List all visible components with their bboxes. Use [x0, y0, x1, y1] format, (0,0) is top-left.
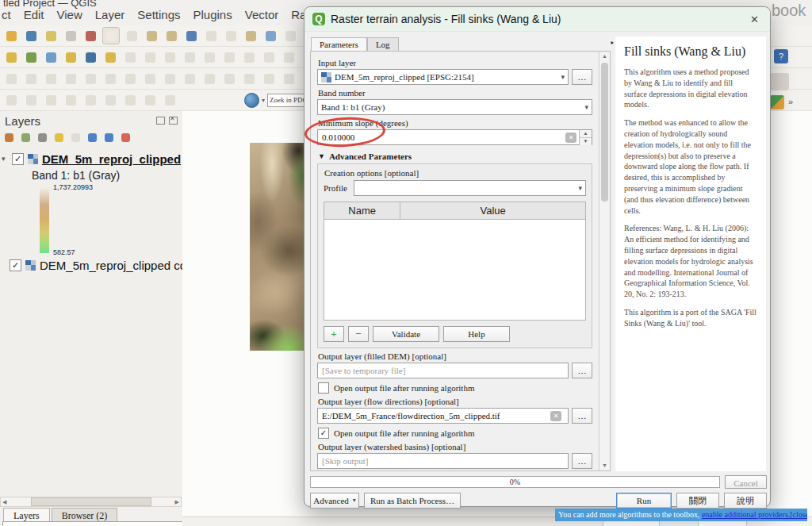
- toggle-editing-icon[interactable]: [142, 49, 158, 65]
- collapse-all-icon[interactable]: [103, 132, 115, 144]
- remove-row-button[interactable]: −: [348, 326, 369, 342]
- scrollbar-thumb[interactable]: [31, 497, 151, 506]
- clear-value-icon[interactable]: ✕: [550, 411, 561, 421]
- output-filled-dem-input[interactable]: [Save to temporary file]: [317, 363, 569, 378]
- zoom-to-layer-icon[interactable]: [223, 28, 239, 44]
- layout-manager-icon[interactable]: [63, 28, 79, 44]
- close-button[interactable]: 關閉: [676, 493, 719, 509]
- layer-item-dem-reproj-clipped-copy[interactable]: ✓ DEM_5m_reproj_clipped co: [10, 256, 182, 274]
- add-row-button[interactable]: +: [324, 326, 344, 342]
- run-as-batch-button[interactable]: Run as Batch Process…: [364, 493, 461, 509]
- manage-map-themes-icon[interactable]: [36, 132, 48, 144]
- invert-selection-icon[interactable]: [122, 71, 138, 86]
- select-by-expression-icon[interactable]: [182, 71, 197, 86]
- processing-toolbox-icon[interactable]: [770, 95, 784, 109]
- validate-button[interactable]: Validate: [373, 326, 439, 342]
- output-filled-dem-browse-button[interactable]: …: [572, 363, 592, 378]
- toolbar-overflow-icon[interactable]: »: [788, 97, 793, 106]
- style-manager-icon[interactable]: [82, 28, 98, 44]
- horizontal-scrollbar[interactable]: ◀ ▶: [0, 497, 182, 507]
- vertex-filter-icon[interactable]: [221, 71, 237, 86]
- add-rectangle-icon[interactable]: [63, 92, 79, 108]
- new-layout-icon[interactable]: [43, 28, 59, 44]
- select-features-icon[interactable]: [3, 71, 19, 86]
- zoom-next-icon[interactable]: [282, 28, 298, 44]
- add-record-icon[interactable]: [201, 49, 217, 65]
- table-help-button[interactable]: Help: [443, 326, 510, 342]
- chevron-down-icon[interactable]: ▾: [262, 97, 265, 104]
- run-button[interactable]: Run: [616, 493, 672, 509]
- output-flow-directions-browse-button[interactable]: …: [572, 408, 592, 424]
- filter-legend-icon[interactable]: [53, 132, 65, 144]
- help-contents-icon[interactable]: ?: [774, 49, 788, 63]
- spinner-buttons[interactable]: ▲ ▼: [579, 130, 592, 144]
- current-edits-icon[interactable]: [122, 49, 138, 65]
- select-all-icon[interactable]: [102, 71, 118, 86]
- new-shapefile-icon[interactable]: [43, 49, 59, 65]
- cut-features-icon[interactable]: [281, 49, 297, 65]
- scroll-right-icon[interactable]: ▶: [175, 499, 179, 505]
- output-watershed-basins-browse-button[interactable]: …: [572, 453, 592, 469]
- datasource-manager-icon[interactable]: [3, 49, 19, 65]
- annotation-icon[interactable]: [102, 92, 118, 108]
- expand-all-icon[interactable]: [86, 132, 98, 144]
- output-watershed-basins-input[interactable]: [Skip output]: [317, 453, 569, 469]
- vertex-tool-icon[interactable]: [221, 49, 237, 65]
- input-layer-combo[interactable]: DEM_5m_reproj_clipped [EPSG:2154] ▾: [317, 69, 569, 85]
- open-project-icon[interactable]: [3, 28, 19, 44]
- menu-item[interactable]: View: [57, 8, 82, 21]
- open-flow-after-run-checkbox[interactable]: ✓: [318, 428, 329, 439]
- tree-expand-icon[interactable]: ▾: [2, 155, 8, 163]
- remove-layer-icon[interactable]: [120, 132, 132, 144]
- scrollbar-thumb[interactable]: [601, 63, 608, 202]
- copy-features-icon[interactable]: [261, 71, 277, 86]
- scroll-left-icon[interactable]: ◀: [2, 499, 6, 505]
- add-regular-polygon-icon[interactable]: [82, 92, 98, 108]
- tab-parameters[interactable]: Parameters: [311, 37, 367, 51]
- zoom-in-icon[interactable]: [144, 28, 159, 44]
- deselect-all-icon[interactable]: [142, 71, 158, 86]
- band-number-combo[interactable]: Band 1: b1 (Gray) ▾: [317, 99, 592, 115]
- pan-map-icon[interactable]: [102, 27, 120, 44]
- advanced-menu-button[interactable]: Advanced ▾: [310, 493, 359, 509]
- float-panel-icon[interactable]: [156, 117, 165, 125]
- select-by-radius-icon[interactable]: [63, 71, 79, 86]
- layer-name[interactable]: DEM_5m_reproj_clipped: [42, 152, 181, 166]
- layer-visibility-checkbox[interactable]: ✓: [10, 259, 21, 271]
- filter-by-expression-icon[interactable]: [70, 132, 82, 144]
- menu-item[interactable]: Edit: [24, 8, 44, 21]
- spin-up-icon[interactable]: ▲: [580, 130, 592, 138]
- scroll-down-icon[interactable]: ▼: [602, 461, 607, 470]
- paste-features-icon[interactable]: [281, 71, 297, 86]
- dialog-title-bar[interactable]: Q Raster terrain analysis - Fill sinks (…: [304, 7, 770, 32]
- spin-down-icon[interactable]: ▼: [580, 138, 592, 145]
- scroll-up-icon[interactable]: ▲: [602, 52, 607, 61]
- add-group-icon[interactable]: [20, 132, 32, 144]
- menu-item[interactable]: Plugins: [193, 8, 232, 21]
- close-message-link[interactable]: [close]: [790, 510, 807, 519]
- pdok-globe-icon[interactable]: [244, 93, 259, 108]
- menu-item[interactable]: ct: [2, 8, 11, 21]
- help-panel-collapse-icon[interactable]: ‣: [610, 39, 615, 48]
- pan-to-selection-icon[interactable]: [124, 28, 140, 44]
- new-raster-layer-icon[interactable]: [82, 49, 98, 65]
- deselect-active-layer-icon[interactable]: [162, 71, 178, 86]
- clear-value-icon[interactable]: ✕: [565, 132, 576, 143]
- add-ellipse-icon[interactable]: [43, 92, 59, 108]
- add-polygon-feature-icon[interactable]: [182, 49, 197, 65]
- add-circle-icon[interactable]: [23, 92, 39, 108]
- input-layer-browse-button[interactable]: …: [572, 69, 592, 85]
- menu-item[interactable]: Vector: [245, 8, 279, 21]
- zoom-native-icon[interactable]: [243, 28, 259, 44]
- creation-options-table[interactable]: Name Value: [324, 202, 586, 321]
- advanced-parameters-header[interactable]: ▼ Advanced Parameters: [318, 152, 592, 161]
- open-filled-after-run-checkbox[interactable]: [318, 382, 329, 394]
- raster-calculator-icon[interactable]: [122, 92, 138, 108]
- output-flow-directions-input[interactable]: E:/DEM_5m_France/flowdirection_5m_clippe…: [317, 408, 569, 424]
- select-by-freehand-icon[interactable]: [43, 71, 59, 86]
- zoom-last-icon[interactable]: [262, 28, 278, 44]
- layer-name[interactable]: DEM_5m_reproj_clipped co: [40, 259, 182, 272]
- select-by-form-icon[interactable]: [201, 71, 217, 86]
- zoom-full-icon[interactable]: [183, 28, 199, 44]
- close-panel-icon[interactable]: [169, 117, 178, 125]
